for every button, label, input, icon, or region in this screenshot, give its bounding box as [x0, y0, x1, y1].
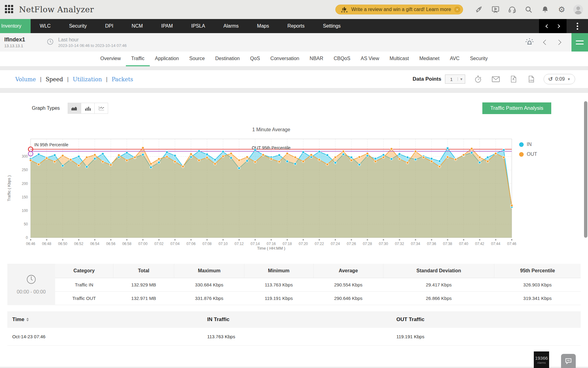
- summary-header-row: CategoryTotalMaximumMinimumAverageStanda…: [55, 264, 581, 278]
- search-icon[interactable]: [524, 5, 533, 14]
- tab-conversation[interactable]: Conversation: [265, 52, 304, 66]
- clock-icon: [47, 38, 54, 47]
- svg-text:CSV: CSV: [530, 79, 534, 82]
- tab-as-view[interactable]: AS View: [356, 52, 384, 66]
- pdf-export-icon[interactable]: [509, 74, 518, 84]
- traffic-pattern-analysis-button[interactable]: Traffic Pattern Analysis: [482, 102, 551, 114]
- alarm-beacon-icon[interactable]: [524, 37, 535, 48]
- nav-item-ipam[interactable]: IPAM: [152, 19, 182, 33]
- view-link-volume[interactable]: Volume: [15, 76, 36, 82]
- chevron-down-icon: ▼: [458, 77, 465, 81]
- period-range: 2023-10-14 06:46 to 2023-10-14 07:46: [58, 43, 126, 48]
- sort-icon[interactable]: [26, 318, 29, 321]
- svg-text:07:34: 07:34: [411, 242, 420, 246]
- tab-overview[interactable]: Overview: [95, 52, 126, 66]
- schedule-stopwatch-icon[interactable]: [473, 74, 483, 84]
- svg-text:07:18: 07:18: [283, 242, 292, 246]
- nav-item-reports[interactable]: Reports: [278, 19, 314, 33]
- summary-col-minimum: Minimum: [244, 264, 313, 278]
- scatter-chart-button[interactable]: [95, 103, 108, 114]
- detail-body: Oct-14-23 07:46113.763 Kbps119.191 Kbps: [7, 328, 581, 346]
- close-icon[interactable]: ✕: [454, 6, 460, 13]
- view-link-packets[interactable]: Packets: [111, 76, 133, 82]
- summary-cell: 26.866 Kbps: [383, 291, 494, 305]
- prev-chevron-icon[interactable]: [545, 24, 549, 28]
- chart-legend: INOUT: [519, 142, 537, 161]
- scrollbar-thumb[interactable]: [584, 101, 587, 238]
- email-icon[interactable]: [491, 74, 501, 84]
- nav-item-ncm[interactable]: NCM: [123, 19, 152, 33]
- tab-application[interactable]: Application: [150, 52, 184, 66]
- bar-chart-button[interactable]: [81, 103, 95, 114]
- settings-gear-icon[interactable]: ⚙: [557, 5, 567, 14]
- tab-qos[interactable]: QoS: [245, 52, 265, 66]
- menu-hamburger-icon[interactable]: [571, 33, 588, 52]
- summary-col-total: Total: [113, 264, 174, 278]
- next-chevron-icon[interactable]: [556, 40, 561, 45]
- nav-item-ipsla[interactable]: IPSLA: [182, 19, 214, 33]
- nav-item-inventory[interactable]: Inventory: [0, 19, 31, 33]
- nav-item-security[interactable]: Security: [60, 19, 96, 33]
- tab-source[interactable]: Source: [184, 52, 210, 66]
- tab-cbqos[interactable]: CBQoS: [329, 52, 356, 66]
- separator: |: [67, 76, 69, 82]
- svg-text:0: 0: [26, 236, 28, 240]
- svg-text:07:40: 07:40: [459, 242, 468, 246]
- training-screen-icon[interactable]: [491, 5, 500, 14]
- support-headset-icon[interactable]: [507, 5, 517, 14]
- prev-chevron-icon[interactable]: [543, 40, 548, 45]
- apps-grid-icon[interactable]: [5, 5, 14, 14]
- csv-export-icon[interactable]: CSV: [526, 74, 536, 84]
- time-period-selector[interactable]: Last hour 2023-10-14 06:46 to 2023-10-14…: [58, 37, 126, 48]
- area-chart-button[interactable]: [68, 103, 81, 114]
- data-points-select[interactable]: 1 ▼: [445, 75, 465, 84]
- view-link-speed[interactable]: Speed: [46, 76, 63, 82]
- review-banner[interactable]: ★★★ Write a review and win a gift card! …: [335, 5, 463, 14]
- svg-text:07:10: 07:10: [218, 242, 228, 246]
- tab-avc[interactable]: AVC: [445, 52, 465, 66]
- nav-item-wlc[interactable]: WLC: [31, 19, 60, 33]
- user-avatar[interactable]: [573, 5, 583, 14]
- notification-bell-icon[interactable]: [540, 5, 550, 14]
- detail-header-row: TimeIN TrafficOUT Traffic: [7, 311, 581, 328]
- more-menu-dots-icon[interactable]: [567, 19, 588, 33]
- svg-text:07:46: 07:46: [507, 242, 516, 246]
- svg-text:OUT 95th Percentile: OUT 95th Percentile: [252, 145, 291, 150]
- tab-nbar[interactable]: NBAR: [304, 52, 328, 66]
- view-links: Volume|Speed|Utilization|Packets: [15, 76, 133, 82]
- traffic-chart: 1 Minute Average050100150200250300IN 95t…: [0, 126, 588, 252]
- legend-item-in[interactable]: IN: [519, 142, 537, 147]
- rocket-icon[interactable]: [474, 5, 484, 14]
- tab-destination[interactable]: Destination: [210, 52, 245, 66]
- detail-col-time[interactable]: Time: [7, 311, 202, 328]
- svg-text:300: 300: [22, 154, 28, 159]
- svg-text:07:06: 07:06: [187, 242, 196, 246]
- next-chevron-icon[interactable]: [556, 24, 560, 28]
- nav-item-maps[interactable]: Maps: [248, 19, 278, 33]
- refresh-countdown[interactable]: ↺ 0:09 ▼: [544, 74, 575, 84]
- detail-col-in-traffic: IN Traffic: [202, 311, 391, 328]
- alarm-count-badge[interactable]: 19366 Alarms: [534, 351, 549, 368]
- svg-text:Time ( HH:MM ): Time ( HH:MM ): [257, 246, 285, 251]
- separator: |: [106, 76, 108, 82]
- nav-item-settings[interactable]: Settings: [314, 19, 350, 33]
- tab-security[interactable]: Security: [465, 52, 493, 66]
- nav-item-alarms[interactable]: Alarms: [214, 19, 248, 33]
- summary-cell: 132.971 MB: [113, 291, 174, 305]
- svg-text:07:28: 07:28: [363, 242, 372, 246]
- summary-cell: 290.554 Kbps: [313, 278, 383, 291]
- summary-cell: 29.417 Kbps: [383, 278, 494, 291]
- svg-text:100: 100: [22, 209, 28, 213]
- svg-text:06:48: 06:48: [42, 242, 51, 246]
- tab-medianet[interactable]: Medianet: [414, 52, 445, 66]
- legend-item-out[interactable]: OUT: [519, 151, 537, 157]
- nav-item-dpi[interactable]: DPI: [96, 19, 123, 33]
- svg-text:IN 95th Percentile: IN 95th Percentile: [34, 142, 68, 147]
- svg-text:07:32: 07:32: [395, 242, 404, 246]
- view-link-utilization[interactable]: Utilization: [73, 76, 102, 82]
- summary-cell: 113.763 Kbps: [244, 278, 313, 291]
- tab-traffic[interactable]: Traffic: [126, 52, 150, 66]
- tab-multicast[interactable]: Multicast: [384, 52, 414, 66]
- feedback-chat-icon[interactable]: [561, 354, 576, 368]
- period-label: Last hour: [58, 37, 126, 43]
